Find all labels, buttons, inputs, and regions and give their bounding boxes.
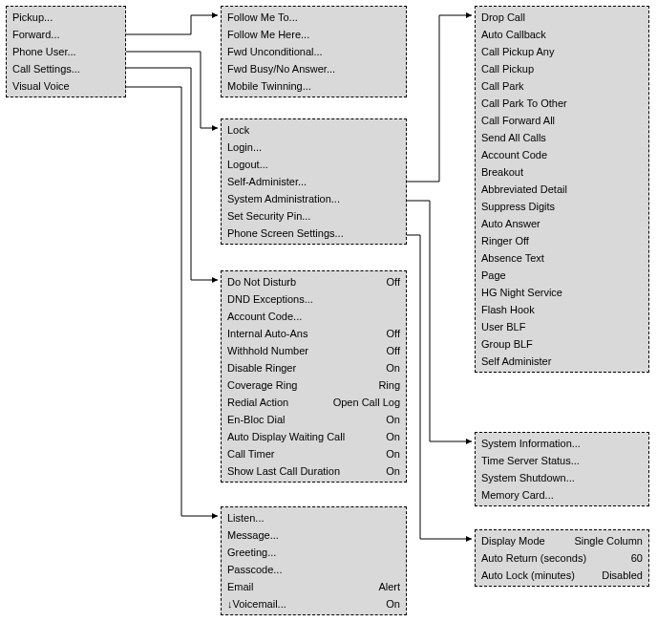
menu-item[interactable]: Greeting... — [227, 544, 400, 561]
menu-item[interactable]: EmailAlert — [227, 578, 400, 595]
value: On — [386, 359, 400, 376]
label: Coverage Ring — [227, 376, 297, 394]
forward-menu-panel: Follow Me To... Follow Me Here... Fwd Un… — [221, 6, 407, 97]
menu-item[interactable]: Page — [481, 267, 643, 284]
menu-item[interactable]: Listen... — [227, 509, 400, 526]
menu-item[interactable]: Show Last Call DurationOn — [227, 462, 400, 480]
menu-item[interactable]: Login... — [227, 139, 400, 156]
menu-item[interactable]: User BLF — [481, 318, 643, 335]
label: Email — [227, 578, 254, 595]
label: Auto Answer — [481, 215, 540, 232]
menu-item[interactable]: Self-Administer... — [227, 173, 400, 190]
menu-item[interactable]: System Shutdown... — [481, 469, 643, 486]
label: Page — [481, 267, 506, 284]
label: Suppress Digits — [481, 198, 555, 215]
menu-item[interactable]: En-Bloc DialOn — [227, 411, 400, 428]
menu-item[interactable]: Call Park To Other — [481, 95, 643, 112]
menu-item[interactable]: Auto Answer — [481, 215, 643, 232]
value: Alert — [378, 578, 400, 595]
menu-item[interactable]: HG Night Service — [481, 284, 643, 301]
menu-item[interactable]: Suppress Digits — [481, 198, 643, 215]
menu-item[interactable]: Account Code... — [227, 308, 400, 325]
menu-item[interactable]: Auto Return (seconds)60 — [481, 549, 643, 567]
menu-item[interactable]: Abbreviated Detail — [481, 181, 643, 198]
menu-item[interactable]: ↓Voicemail...On — [227, 595, 400, 612]
menu-item-phone-user[interactable]: Phone User... — [12, 43, 119, 60]
menu-item[interactable]: Ringer Off — [481, 232, 643, 249]
label: Internal Auto-Ans — [227, 325, 307, 342]
menu-item-call-settings[interactable]: Call Settings... — [12, 60, 119, 77]
menu-item[interactable]: Group BLF — [481, 335, 643, 353]
menu-item[interactable]: Memory Card... — [481, 486, 643, 504]
menu-item[interactable]: Internal Auto-AnsOff — [227, 325, 400, 342]
label: Follow Me Here... — [227, 26, 309, 43]
value: Off — [387, 342, 400, 359]
menu-item[interactable]: Call Pickup Any — [481, 43, 643, 60]
menu-item[interactable]: Time Server Status... — [481, 452, 643, 469]
menu-item[interactable]: Fwd Busy/No Answer... — [227, 60, 400, 77]
menu-item[interactable]: Coverage RingRing — [227, 376, 400, 394]
menu-item[interactable]: System Information... — [481, 435, 643, 452]
menu-item[interactable]: Display ModeSingle Column — [481, 532, 643, 549]
menu-item[interactable]: DND Exceptions... — [227, 290, 400, 308]
menu-item[interactable]: Self Administer — [481, 353, 643, 370]
label: En-Bloc Dial — [227, 411, 286, 428]
menu-item[interactable]: Phone Screen Settings... — [227, 225, 400, 242]
value: Off — [387, 273, 400, 290]
main-menu-panel: Pickup... Forward... Phone User... Call … — [6, 6, 126, 97]
menu-item[interactable]: Flash Hook — [481, 301, 643, 318]
label: Message... — [227, 526, 279, 544]
label: Call Park — [481, 77, 524, 95]
menu-item[interactable]: Withhold NumberOff — [227, 342, 400, 359]
value: Ring — [378, 376, 400, 394]
menu-item[interactable]: Auto Lock (minutes)Disabled — [481, 567, 643, 584]
menu-item[interactable]: Auto Display Waiting CallOn — [227, 428, 400, 445]
label: Call Timer — [227, 445, 275, 462]
menu-item-forward[interactable]: Forward... — [12, 26, 119, 43]
label: Follow Me To... — [227, 9, 298, 26]
menu-item[interactable]: Call Park — [481, 77, 643, 95]
menu-item[interactable]: Follow Me Here... — [227, 26, 400, 43]
phone-user-menu-panel: Lock Login... Logout... Self-Administer.… — [221, 118, 407, 245]
menu-item[interactable]: Drop Call — [481, 9, 643, 26]
label: Mobile Twinning... — [227, 77, 311, 95]
menu-item[interactable]: Absence Text — [481, 249, 643, 267]
label: Call Forward All — [481, 112, 555, 129]
menu-item[interactable]: Breakout — [481, 163, 643, 181]
menu-item-visual-voice[interactable]: Visual Voice — [12, 77, 119, 95]
menu-item[interactable]: Do Not DisturbOff — [227, 273, 400, 290]
label: Display Mode — [481, 532, 545, 549]
label: Group BLF — [481, 335, 533, 353]
menu-item[interactable]: Call Pickup — [481, 60, 643, 77]
menu-item[interactable]: Lock — [227, 121, 400, 139]
menu-item[interactable]: Set Security Pin... — [227, 207, 400, 225]
menu-item[interactable]: Auto Callback — [481, 26, 643, 43]
menu-item-pickup[interactable]: Pickup... — [12, 9, 119, 26]
menu-item[interactable]: Redial ActionOpen Call Log — [227, 394, 400, 411]
label: System Information... — [481, 435, 581, 452]
label: Greeting... — [227, 544, 276, 561]
label: Withhold Number — [227, 342, 308, 359]
label: DND Exceptions... — [227, 290, 313, 308]
label: Self-Administer... — [227, 173, 307, 190]
label: Time Server Status... — [481, 452, 580, 469]
label: Memory Card... — [481, 486, 554, 504]
menu-item[interactable]: Mobile Twinning... — [227, 77, 400, 95]
value: Single Column — [574, 532, 643, 549]
menu-item[interactable]: Logout... — [227, 156, 400, 173]
label: Visual Voice — [12, 77, 70, 95]
menu-item[interactable]: Account Code — [481, 146, 643, 163]
menu-item[interactable]: Passcode... — [227, 561, 400, 578]
label: ↓Voicemail... — [227, 595, 286, 612]
menu-item[interactable]: System Administration... — [227, 190, 400, 207]
menu-item[interactable]: Disable RingerOn — [227, 359, 400, 376]
menu-item[interactable]: Message... — [227, 526, 400, 544]
menu-item[interactable]: Fwd Unconditional... — [227, 43, 400, 60]
label: Phone User... — [12, 43, 76, 60]
menu-item[interactable]: Follow Me To... — [227, 9, 400, 26]
menu-item[interactable]: Send All Calls — [481, 129, 643, 146]
menu-item[interactable]: Call TimerOn — [227, 445, 400, 462]
label: Absence Text — [481, 249, 544, 267]
label: Passcode... — [227, 561, 282, 578]
menu-item[interactable]: Call Forward All — [481, 112, 643, 129]
